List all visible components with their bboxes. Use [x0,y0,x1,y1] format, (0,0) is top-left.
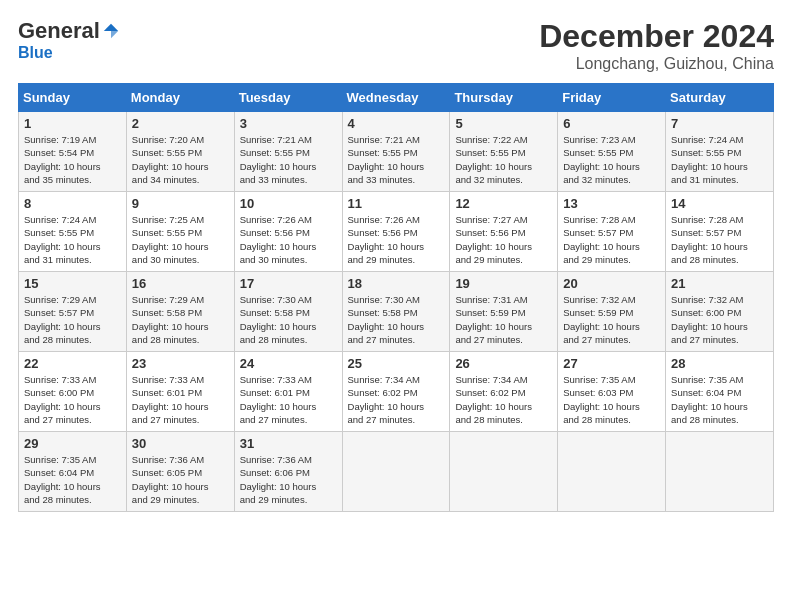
day-info: Sunrise: 7:35 AM Sunset: 6:04 PM Dayligh… [671,373,768,426]
day-info: Sunrise: 7:36 AM Sunset: 6:05 PM Dayligh… [132,453,229,506]
calendar-cell: 28Sunrise: 7:35 AM Sunset: 6:04 PM Dayli… [666,352,774,432]
day-info: Sunrise: 7:32 AM Sunset: 6:00 PM Dayligh… [671,293,768,346]
calendar-cell [558,432,666,512]
day-info: Sunrise: 7:34 AM Sunset: 6:02 PM Dayligh… [348,373,445,426]
day-number: 26 [455,356,552,371]
day-info: Sunrise: 7:22 AM Sunset: 5:55 PM Dayligh… [455,133,552,186]
calendar-cell: 4Sunrise: 7:21 AM Sunset: 5:55 PM Daylig… [342,112,450,192]
day-number: 31 [240,436,337,451]
calendar-cell: 15Sunrise: 7:29 AM Sunset: 5:57 PM Dayli… [19,272,127,352]
col-tuesday: Tuesday [234,84,342,112]
day-info: Sunrise: 7:23 AM Sunset: 5:55 PM Dayligh… [563,133,660,186]
col-sunday: Sunday [19,84,127,112]
day-number: 14 [671,196,768,211]
day-info: Sunrise: 7:30 AM Sunset: 5:58 PM Dayligh… [240,293,337,346]
day-number: 25 [348,356,445,371]
day-info: Sunrise: 7:29 AM Sunset: 5:57 PM Dayligh… [24,293,121,346]
main-container: General Blue December 2024 Longchang, Gu… [0,0,792,522]
col-monday: Monday [126,84,234,112]
day-number: 20 [563,276,660,291]
day-info: Sunrise: 7:19 AM Sunset: 5:54 PM Dayligh… [24,133,121,186]
header: General Blue December 2024 Longchang, Gu… [18,18,774,73]
day-number: 13 [563,196,660,211]
day-number: 1 [24,116,121,131]
day-info: Sunrise: 7:35 AM Sunset: 6:04 PM Dayligh… [24,453,121,506]
calendar-cell: 23Sunrise: 7:33 AM Sunset: 6:01 PM Dayli… [126,352,234,432]
calendar-week-5: 29Sunrise: 7:35 AM Sunset: 6:04 PM Dayli… [19,432,774,512]
logo-icon [102,22,120,40]
day-info: Sunrise: 7:30 AM Sunset: 5:58 PM Dayligh… [348,293,445,346]
day-number: 30 [132,436,229,451]
calendar-cell [666,432,774,512]
day-info: Sunrise: 7:33 AM Sunset: 6:00 PM Dayligh… [24,373,121,426]
month-title: December 2024 [539,18,774,55]
calendar-cell: 22Sunrise: 7:33 AM Sunset: 6:00 PM Dayli… [19,352,127,432]
calendar-week-3: 15Sunrise: 7:29 AM Sunset: 5:57 PM Dayli… [19,272,774,352]
col-wednesday: Wednesday [342,84,450,112]
day-number: 16 [132,276,229,291]
day-info: Sunrise: 7:32 AM Sunset: 5:59 PM Dayligh… [563,293,660,346]
calendar-week-1: 1Sunrise: 7:19 AM Sunset: 5:54 PM Daylig… [19,112,774,192]
day-number: 17 [240,276,337,291]
day-info: Sunrise: 7:36 AM Sunset: 6:06 PM Dayligh… [240,453,337,506]
calendar-cell: 16Sunrise: 7:29 AM Sunset: 5:58 PM Dayli… [126,272,234,352]
calendar-week-4: 22Sunrise: 7:33 AM Sunset: 6:00 PM Dayli… [19,352,774,432]
calendar-cell: 2Sunrise: 7:20 AM Sunset: 5:55 PM Daylig… [126,112,234,192]
calendar-cell [450,432,558,512]
calendar-week-2: 8Sunrise: 7:24 AM Sunset: 5:55 PM Daylig… [19,192,774,272]
calendar-cell: 9Sunrise: 7:25 AM Sunset: 5:55 PM Daylig… [126,192,234,272]
day-info: Sunrise: 7:24 AM Sunset: 5:55 PM Dayligh… [671,133,768,186]
col-saturday: Saturday [666,84,774,112]
calendar-cell: 19Sunrise: 7:31 AM Sunset: 5:59 PM Dayli… [450,272,558,352]
day-info: Sunrise: 7:33 AM Sunset: 6:01 PM Dayligh… [132,373,229,426]
day-number: 18 [348,276,445,291]
day-number: 19 [455,276,552,291]
calendar-cell: 17Sunrise: 7:30 AM Sunset: 5:58 PM Dayli… [234,272,342,352]
calendar-cell: 14Sunrise: 7:28 AM Sunset: 5:57 PM Dayli… [666,192,774,272]
calendar-cell: 13Sunrise: 7:28 AM Sunset: 5:57 PM Dayli… [558,192,666,272]
day-number: 9 [132,196,229,211]
svg-marker-0 [104,24,118,31]
calendar-cell: 11Sunrise: 7:26 AM Sunset: 5:56 PM Dayli… [342,192,450,272]
day-info: Sunrise: 7:26 AM Sunset: 5:56 PM Dayligh… [240,213,337,266]
col-thursday: Thursday [450,84,558,112]
day-info: Sunrise: 7:28 AM Sunset: 5:57 PM Dayligh… [563,213,660,266]
day-info: Sunrise: 7:31 AM Sunset: 5:59 PM Dayligh… [455,293,552,346]
calendar-cell: 10Sunrise: 7:26 AM Sunset: 5:56 PM Dayli… [234,192,342,272]
day-number: 28 [671,356,768,371]
logo: General Blue [18,18,120,62]
day-info: Sunrise: 7:20 AM Sunset: 5:55 PM Dayligh… [132,133,229,186]
calendar-cell: 25Sunrise: 7:34 AM Sunset: 6:02 PM Dayli… [342,352,450,432]
day-number: 5 [455,116,552,131]
calendar-cell: 7Sunrise: 7:24 AM Sunset: 5:55 PM Daylig… [666,112,774,192]
day-number: 11 [348,196,445,211]
day-number: 2 [132,116,229,131]
day-number: 23 [132,356,229,371]
day-number: 15 [24,276,121,291]
day-info: Sunrise: 7:21 AM Sunset: 5:55 PM Dayligh… [348,133,445,186]
day-number: 4 [348,116,445,131]
day-number: 10 [240,196,337,211]
calendar-cell: 3Sunrise: 7:21 AM Sunset: 5:55 PM Daylig… [234,112,342,192]
day-number: 3 [240,116,337,131]
day-info: Sunrise: 7:33 AM Sunset: 6:01 PM Dayligh… [240,373,337,426]
calendar-cell: 1Sunrise: 7:19 AM Sunset: 5:54 PM Daylig… [19,112,127,192]
calendar-table: Sunday Monday Tuesday Wednesday Thursday… [18,83,774,512]
calendar-header-row: Sunday Monday Tuesday Wednesday Thursday… [19,84,774,112]
calendar-cell: 6Sunrise: 7:23 AM Sunset: 5:55 PM Daylig… [558,112,666,192]
day-number: 6 [563,116,660,131]
logo-general-text: General [18,18,100,44]
day-info: Sunrise: 7:21 AM Sunset: 5:55 PM Dayligh… [240,133,337,186]
calendar-cell [342,432,450,512]
calendar-cell: 20Sunrise: 7:32 AM Sunset: 5:59 PM Dayli… [558,272,666,352]
day-number: 8 [24,196,121,211]
day-info: Sunrise: 7:35 AM Sunset: 6:03 PM Dayligh… [563,373,660,426]
day-number: 12 [455,196,552,211]
day-number: 29 [24,436,121,451]
title-section: December 2024 Longchang, Guizhou, China [539,18,774,73]
calendar-cell: 21Sunrise: 7:32 AM Sunset: 6:00 PM Dayli… [666,272,774,352]
calendar-cell: 8Sunrise: 7:24 AM Sunset: 5:55 PM Daylig… [19,192,127,272]
day-number: 21 [671,276,768,291]
calendar-cell: 5Sunrise: 7:22 AM Sunset: 5:55 PM Daylig… [450,112,558,192]
location: Longchang, Guizhou, China [539,55,774,73]
